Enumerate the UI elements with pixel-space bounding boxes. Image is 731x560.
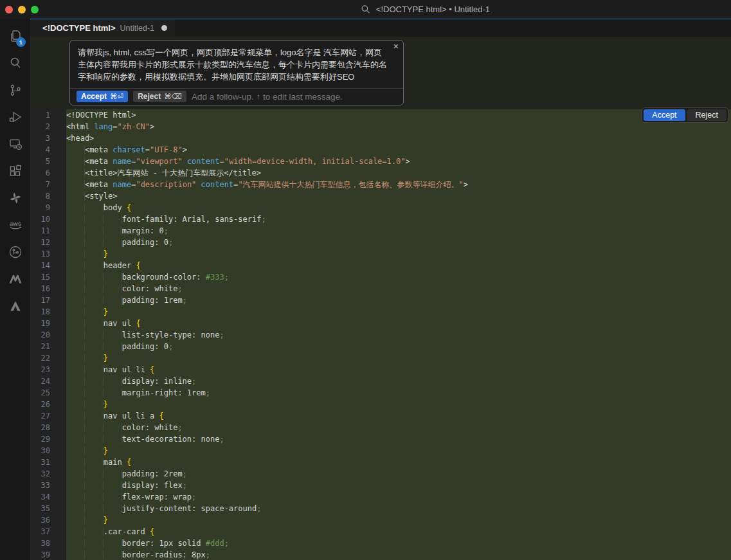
code-line[interactable]: 16 color: white; (30, 283, 731, 294)
line-text[interactable]: <meta name="description" content="汽车网站提供… (66, 179, 731, 190)
line-text[interactable]: nav ul li { (66, 364, 731, 375)
code-line[interactable]: 6 <title>汽车网站 - 十大热门车型展示</title> (30, 167, 731, 179)
code-line[interactable]: 36 } (30, 514, 731, 526)
activity-azure[interactable] (0, 293, 30, 320)
code-line[interactable]: 4 <meta charset="UTF-8"> (30, 144, 731, 156)
minimize-window-button[interactable] (18, 6, 26, 14)
code-line[interactable]: 3<head> (30, 132, 731, 144)
line-text[interactable]: justify-content: space-around; (66, 503, 731, 514)
code-line[interactable]: 18 } (30, 306, 731, 318)
activity-run-debug[interactable] (0, 104, 30, 131)
code-line[interactable]: 39 border-radius: 8px; (30, 549, 731, 560)
close-icon[interactable]: × (393, 42, 399, 51)
code-line[interactable]: 21 padding: 0; (30, 341, 731, 352)
activity-source-control[interactable] (0, 77, 30, 104)
code-line[interactable]: 11 margin: 0; (30, 225, 731, 237)
diff-reject-button[interactable]: Reject (687, 109, 726, 121)
code-line[interactable]: 30 } (30, 445, 731, 456)
line-text[interactable]: <style> (66, 190, 731, 202)
code-line[interactable]: 15 background-color: #333; (30, 271, 731, 283)
activity-explorer[interactable]: 1 (0, 23, 30, 50)
line-text[interactable]: main { (66, 456, 731, 468)
code-line[interactable]: 10 font-family: Arial, sans-serif; (30, 213, 731, 225)
code-line[interactable]: 23 nav ul li { (30, 364, 731, 375)
line-text[interactable]: color: white; (66, 422, 731, 433)
code-line[interactable]: 5 <meta name="viewport" content="width=d… (30, 156, 731, 167)
activity-remote-explorer[interactable] (0, 131, 30, 158)
diff-accept-button[interactable]: Accept (644, 109, 685, 121)
activity-aws[interactable]: aws (0, 212, 30, 239)
tab-untitled-1[interactable]: <!DOCTYPE html> Untitled-1 (30, 19, 175, 37)
line-text[interactable]: nav ul li a { (66, 410, 731, 422)
code-line[interactable]: 34 flex-wrap: wrap; (30, 491, 731, 503)
code-line[interactable]: 7 <meta name="description" content="汽车网站… (30, 179, 731, 190)
line-text[interactable]: } (66, 445, 731, 456)
line-text[interactable]: <!DOCTYPE html> (66, 109, 731, 121)
code-line[interactable]: 32 padding: 2rem; (30, 468, 731, 480)
maximize-window-button[interactable] (31, 6, 39, 14)
code-line[interactable]: 33 display: flex; (30, 480, 731, 491)
code-line[interactable]: 2<html lang="zh-CN"> (30, 121, 731, 132)
code-line[interactable]: 12 padding: 0; (30, 237, 731, 248)
line-text[interactable]: <html lang="zh-CN"> (66, 121, 731, 132)
code-line[interactable]: 9 body { (30, 202, 731, 213)
activity-extensions[interactable] (0, 158, 30, 185)
code-line[interactable]: 27 nav ul li a { (30, 410, 731, 422)
line-text[interactable]: padding: 0; (66, 237, 731, 248)
line-text[interactable]: background-color: #333; (66, 271, 731, 283)
line-text[interactable]: nav ul { (66, 318, 731, 329)
line-text[interactable]: } (66, 399, 731, 410)
line-text[interactable]: padding: 1rem; (66, 294, 731, 306)
line-text[interactable]: text-decoration: none; (66, 433, 731, 445)
code-line[interactable]: 37 .car-card { (30, 526, 731, 537)
line-text[interactable]: margin: 0; (66, 225, 731, 237)
code-line[interactable]: 22 } (30, 352, 731, 364)
code-line[interactable]: 20 list-style-type: none; (30, 329, 731, 341)
line-text[interactable]: padding: 2rem; (66, 468, 731, 480)
code-line[interactable]: 29 text-decoration: none; (30, 433, 731, 445)
line-text[interactable]: display: inline; (66, 375, 731, 387)
line-text[interactable]: display: flex; (66, 480, 731, 491)
reject-button[interactable]: Reject ⌘⌫ (133, 91, 186, 102)
code-line[interactable]: 35 justify-content: space-around; (30, 503, 731, 514)
line-text[interactable]: body { (66, 202, 731, 213)
line-text[interactable]: } (66, 248, 731, 260)
unsaved-changes-dot[interactable] (161, 25, 167, 31)
accept-button[interactable]: Accept ⌘⏎ (77, 91, 128, 102)
line-text[interactable]: list-style-type: none; (66, 329, 731, 341)
close-window-button[interactable] (5, 6, 13, 14)
line-text[interactable]: flex-wrap: wrap; (66, 491, 731, 503)
line-text[interactable]: margin-right: 1rem; (66, 387, 731, 399)
code-line[interactable]: 14 header { (30, 260, 731, 271)
line-text[interactable]: } (66, 514, 731, 526)
activity-m-logo[interactable] (0, 266, 30, 293)
code-line[interactable]: 17 padding: 1rem; (30, 294, 731, 306)
line-text[interactable]: color: white; (66, 283, 731, 294)
activity-ai-assistant[interactable] (0, 185, 30, 212)
line-text[interactable]: font-family: Arial, sans-serif; (66, 213, 731, 225)
code-line[interactable]: 8 <style> (30, 190, 731, 202)
line-text[interactable]: <meta name="viewport" content="width=dev… (66, 156, 731, 167)
line-text[interactable]: .car-card { (66, 526, 731, 537)
line-text[interactable]: <meta charset="UTF-8"> (66, 144, 731, 156)
line-text[interactable]: } (66, 352, 731, 364)
line-text[interactable]: } (66, 306, 731, 318)
line-text[interactable]: border-radius: 8px; (66, 549, 731, 560)
activity-search[interactable] (0, 50, 30, 77)
line-text[interactable]: header { (66, 260, 731, 271)
line-text[interactable]: <title>汽车网站 - 十大热门车型展示</title> (66, 167, 731, 179)
code-line[interactable]: 31 main { (30, 456, 731, 468)
follow-up-input[interactable]: Add a follow-up. ↑ to edit last message. (192, 92, 397, 102)
command-center[interactable]: <!DOCTYPE html> • Untitled-1 (354, 0, 496, 19)
line-text[interactable]: <head> (66, 132, 731, 144)
activity-git-graph[interactable] (0, 239, 30, 266)
code-line[interactable]: 38 border: 1px solid #ddd; (30, 537, 731, 549)
code-line[interactable]: 1<!DOCTYPE html> (30, 109, 731, 121)
code-line[interactable]: 26 } (30, 399, 731, 410)
code-line[interactable]: 28 color: white; (30, 422, 731, 433)
code-line[interactable]: 25 margin-right: 1rem; (30, 387, 731, 399)
line-text[interactable]: padding: 0; (66, 341, 731, 352)
code-line[interactable]: 24 display: inline; (30, 375, 731, 387)
code-line[interactable]: 13 } (30, 248, 731, 260)
code-line[interactable]: 19 nav ul { (30, 318, 731, 329)
